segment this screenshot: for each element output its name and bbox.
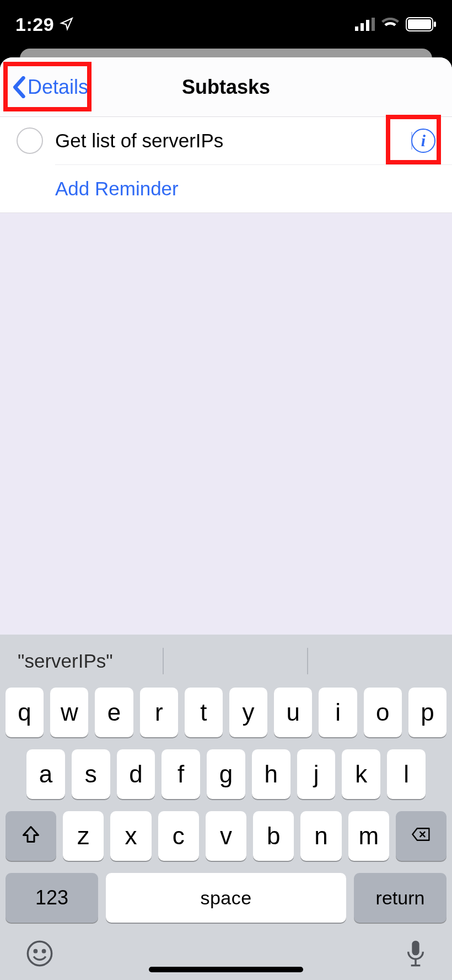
wifi-icon: [381, 18, 399, 31]
shift-icon: [21, 822, 41, 850]
backspace-icon: [411, 822, 431, 850]
svg-rect-3: [372, 18, 375, 31]
back-label: Details: [28, 76, 88, 99]
space-key[interactable]: space: [106, 873, 346, 923]
page-title: Subtasks: [182, 76, 270, 99]
keyboard: "serverIPs" q w e r t y u i o p a s d f …: [0, 635, 452, 980]
key-b[interactable]: b: [253, 811, 294, 861]
key-row-2: a s d f g h j k l: [0, 749, 452, 799]
prediction-2[interactable]: [307, 645, 452, 678]
content-background: [0, 213, 452, 635]
battery-icon: [406, 17, 437, 31]
add-reminder-row[interactable]: Add Reminder: [0, 165, 452, 212]
key-d[interactable]: d: [117, 749, 155, 799]
svg-rect-5: [408, 19, 431, 29]
prediction-0[interactable]: "serverIPs": [0, 645, 163, 678]
emoji-button[interactable]: [25, 939, 54, 968]
key-x[interactable]: x: [110, 811, 151, 861]
prediction-bar: "serverIPs": [0, 635, 452, 688]
key-y[interactable]: y: [229, 688, 267, 737]
shift-key[interactable]: [6, 811, 56, 861]
key-l[interactable]: l: [387, 749, 426, 799]
chevron-left-icon: [12, 76, 25, 98]
nav-bar: Details Subtasks: [0, 57, 452, 117]
info-icon: i: [421, 131, 426, 150]
svg-rect-0: [355, 26, 358, 31]
status-time: 1:29: [15, 14, 54, 35]
dictation-button[interactable]: [405, 938, 427, 969]
location-icon: [60, 14, 74, 35]
keyboard-toolbar: [0, 928, 452, 969]
subtask-list: Get list of serverIPs i Add Reminder: [0, 117, 452, 213]
numbers-key[interactable]: 123: [6, 873, 98, 923]
key-g[interactable]: g: [207, 749, 245, 799]
key-n[interactable]: n: [300, 811, 341, 861]
key-q[interactable]: q: [6, 688, 44, 737]
home-indicator[interactable]: [149, 967, 303, 972]
svg-point-7: [28, 941, 51, 965]
back-button[interactable]: Details: [8, 73, 93, 101]
return-key[interactable]: return: [354, 873, 446, 923]
svg-point-8: [34, 950, 36, 952]
key-z[interactable]: z: [63, 811, 104, 861]
complete-toggle[interactable]: [17, 127, 43, 154]
status-bar: 1:29: [0, 0, 452, 49]
key-c[interactable]: c: [158, 811, 199, 861]
key-a[interactable]: a: [26, 749, 65, 799]
key-i[interactable]: i: [319, 688, 357, 737]
cellular-icon: [355, 18, 375, 31]
key-o[interactable]: o: [364, 688, 402, 737]
key-r[interactable]: r: [140, 688, 178, 737]
key-f[interactable]: f: [162, 749, 200, 799]
key-e[interactable]: e: [95, 688, 133, 737]
key-s[interactable]: s: [72, 749, 110, 799]
key-k[interactable]: k: [342, 749, 380, 799]
prediction-1[interactable]: [163, 645, 308, 678]
key-m[interactable]: m: [348, 811, 389, 861]
svg-rect-12: [411, 965, 421, 966]
info-button[interactable]: i: [411, 129, 435, 153]
subtask-title[interactable]: Get list of serverIPs: [55, 130, 411, 152]
key-p[interactable]: p: [408, 688, 446, 737]
svg-rect-11: [415, 959, 416, 965]
backspace-key[interactable]: [396, 811, 446, 861]
key-h[interactable]: h: [252, 749, 290, 799]
subtask-row[interactable]: Get list of serverIPs i: [0, 117, 452, 164]
key-t[interactable]: t: [185, 688, 223, 737]
modal-sheet: Details Subtasks Get list of serverIPs i…: [0, 57, 452, 980]
svg-point-9: [42, 950, 45, 952]
key-row-3: z x c v b n m: [0, 811, 452, 861]
add-reminder-label: Add Reminder: [55, 178, 179, 200]
key-row-4: 123 space return: [0, 873, 452, 923]
key-j[interactable]: j: [297, 749, 336, 799]
svg-rect-2: [366, 20, 369, 31]
svg-rect-1: [360, 23, 364, 31]
key-row-1: q w e r t y u i o p: [0, 688, 452, 737]
key-w[interactable]: w: [50, 688, 88, 737]
key-v[interactable]: v: [206, 811, 246, 861]
svg-rect-10: [412, 941, 419, 956]
svg-rect-6: [434, 22, 436, 27]
key-u[interactable]: u: [274, 688, 312, 737]
